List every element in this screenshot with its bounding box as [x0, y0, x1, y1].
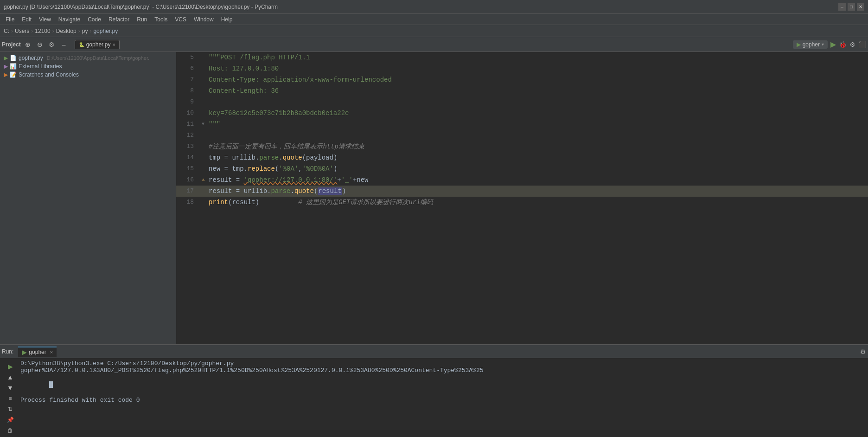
lib-expand-icon: ▶ [4, 63, 8, 70]
bottom-gear-button[interactable]: ⚙ [860, 348, 866, 355]
code-line-5: 5 """POST /flag.php HTTP/1.1 [176, 52, 868, 63]
minimize-panel-button[interactable]: – [59, 39, 69, 50]
close-button[interactable]: ✕ [857, 3, 864, 11]
menu-bar: File Edit View Navigate Code Refactor Ru… [0, 14, 868, 25]
lib-icon: 📊 [10, 63, 17, 70]
lib-name: External Libraries [19, 63, 62, 70]
console-output-line: gopher%3A//127.0.0.1%3A80/_POST%2520/fla… [20, 367, 864, 374]
run-config-icon: ▶ [797, 41, 801, 48]
breadcrumb-12100[interactable]: 12100 [35, 28, 50, 34]
menu-code[interactable]: Code [84, 15, 105, 24]
minimize-button[interactable]: – [838, 3, 846, 11]
code-line-10: 10 key=768c12c5e073e71b2b8a0bdcb0e1a22e [176, 108, 868, 119]
menu-file[interactable]: File [2, 15, 18, 24]
menu-view[interactable]: View [35, 15, 55, 24]
stop-button[interactable]: ⬛ [858, 41, 866, 48]
pin-button[interactable]: 📌 [6, 416, 15, 424]
run-tab-close[interactable]: × [50, 349, 53, 355]
breadcrumb-file[interactable]: gopher.py [93, 28, 118, 34]
clear-button[interactable]: 🗑 [6, 426, 15, 435]
run-tab-icon: ▶ [22, 348, 27, 356]
breadcrumb-py[interactable]: py [82, 28, 88, 34]
bottom-panel: Run: ▶ gopher × ⚙ ▶ ▲ ▼ ≡ ⇅ 📌 🗑 D:\Pytho… [0, 344, 868, 437]
main-content: ▶ 📄 gopher.py D:\Users\12100\AppData\Loc… [0, 52, 868, 344]
code-line-6: 6 Host: 127.0.0.1:80 [176, 63, 868, 74]
code-line-8: 8 Content-Length: 36 [176, 85, 868, 96]
console-cursor-line [20, 374, 864, 395]
python-file-icon: 🐍 [79, 42, 84, 47]
file-path: D:\Users\12100\AppData\Local\Temp\gopher… [47, 55, 149, 61]
play-button[interactable]: ▶ [6, 362, 15, 371]
scroll-down-button[interactable]: ▼ [6, 383, 15, 392]
menu-tools[interactable]: Tools [151, 15, 171, 24]
tab-gopher-py[interactable]: 🐍 gopher.py × [75, 40, 120, 49]
tree-item-gopher-py[interactable]: ▶ 📄 gopher.py D:\Users\12100\AppData\Loc… [2, 54, 174, 62]
breadcrumb-c[interactable]: C: [4, 28, 9, 34]
file-icon: 📄 [10, 55, 17, 61]
bottom-content: ▶ ▲ ▼ ≡ ⇅ 📌 🗑 D:\Python38\python3.exe C:… [0, 358, 868, 437]
title-bar-controls[interactable]: – □ ✕ [838, 3, 864, 11]
code-line-13: 13 #注意后面一定要有回车，回车结尾表示http请求结束 [176, 141, 868, 152]
console-exit-line: Process finished with exit code 0 [20, 397, 864, 404]
menu-navigate[interactable]: Navigate [55, 15, 84, 24]
file-name: gopher.py [19, 55, 43, 61]
menu-help[interactable]: Help [217, 15, 236, 24]
scratch-expand-icon: ▶ [4, 71, 8, 78]
debug-button[interactable]: 🐞 [839, 41, 847, 48]
sidebar-content: ▶ 📄 gopher.py D:\Users\12100\AppData\Loc… [0, 52, 176, 344]
maximize-button[interactable]: □ [848, 3, 855, 11]
tree-item-scratches[interactable]: ▶ 📝 Scratches and Consoles [2, 71, 174, 79]
code-line-14: 14 tmp = urllib.parse.quote(payload) [176, 152, 868, 163]
toolbar: Project ⊕ ⊖ ⚙ – 🐍 gopher.py × ▶ gopher ▾… [0, 37, 868, 52]
project-label: Project [2, 41, 21, 48]
bottom-sidebar: ▶ ▲ ▼ ≡ ⇅ 📌 🗑 [4, 360, 17, 435]
breadcrumb-desktop[interactable]: Desktop [56, 28, 77, 34]
run-config-dropdown-icon: ▾ [822, 42, 824, 47]
code-line-11: 11 ▼ """ [176, 119, 868, 130]
scratch-icon: 📝 [10, 71, 17, 78]
run-button[interactable]: ▶ [830, 40, 836, 49]
tab-name: gopher.py [86, 41, 111, 48]
breadcrumb: C: › Users › 12100 › Desktop › py › goph… [0, 25, 868, 37]
code-line-16: 16 ⚠ result = 'gopher://127.0.0.1:80/'+'… [176, 174, 868, 186]
code-line-7: 7 Content-Type: application/x-www-form-u… [176, 74, 868, 85]
menu-run[interactable]: Run [133, 15, 151, 24]
run-config-name: gopher [803, 41, 820, 48]
expand-all-button[interactable]: ⊕ [23, 39, 33, 50]
menu-edit[interactable]: Edit [18, 15, 35, 24]
tab-close-icon[interactable]: × [112, 42, 115, 47]
toolbar-right: ▶ gopher ▾ ▶ 🐞 ⚙ ⬛ [793, 40, 866, 49]
bottom-tabs-left: Run: ▶ gopher × [2, 347, 57, 357]
scroll-up-button[interactable]: ▲ [6, 373, 15, 381]
run-gear-button[interactable]: ⚙ [849, 41, 855, 48]
menu-vcs[interactable]: VCS [171, 15, 190, 24]
fold-icon: ▼ [202, 119, 204, 130]
fold-output-button[interactable]: ≡ [6, 394, 15, 403]
menu-refactor[interactable]: Refactor [105, 15, 133, 24]
bottom-tabs: Run: ▶ gopher × ⚙ [0, 345, 868, 358]
code-line-9: 9 [176, 96, 868, 108]
python-icon: ▶ [4, 55, 8, 61]
cursor [49, 381, 53, 388]
breadcrumb-users[interactable]: Users [15, 28, 29, 34]
run-label: Run: [2, 348, 13, 355]
run-tab-name: gopher [29, 349, 46, 355]
collapse-all-button[interactable]: ⊖ [35, 39, 45, 50]
menu-window[interactable]: Window [190, 15, 217, 24]
tree-item-external-libraries[interactable]: ▶ 📊 External Libraries [2, 62, 174, 71]
sidebar: ▶ 📄 gopher.py D:\Users\12100\AppData\Loc… [0, 52, 176, 344]
console-command-line: D:\Python38\python3.exe C:/Users/12100/D… [20, 360, 864, 367]
code-line-12: 12 [176, 130, 868, 141]
tab-bar: 🐍 gopher.py × [75, 40, 120, 49]
editor-content[interactable]: 5 """POST /flag.php HTTP/1.1 6 Host: 127… [176, 52, 868, 344]
sort-button[interactable]: ⇅ [6, 405, 15, 414]
window-title: gopher.py [D:\Users\12100\AppData\Local\… [4, 4, 278, 10]
warning-icon: ⚠ [202, 174, 204, 186]
settings-button[interactable]: ⚙ [47, 39, 57, 50]
console-output: D:\Python38\python3.exe C:/Users/12100/D… [20, 360, 864, 435]
bottom-tab-gopher[interactable]: ▶ gopher × [18, 347, 57, 357]
title-bar: gopher.py [D:\Users\12100\AppData\Local\… [0, 0, 868, 14]
editor-area: 5 """POST /flag.php HTTP/1.1 6 Host: 127… [176, 52, 868, 344]
run-config[interactable]: ▶ gopher ▾ [793, 40, 828, 49]
toolbar-left: Project ⊕ ⊖ ⚙ – 🐍 gopher.py × [2, 39, 120, 50]
